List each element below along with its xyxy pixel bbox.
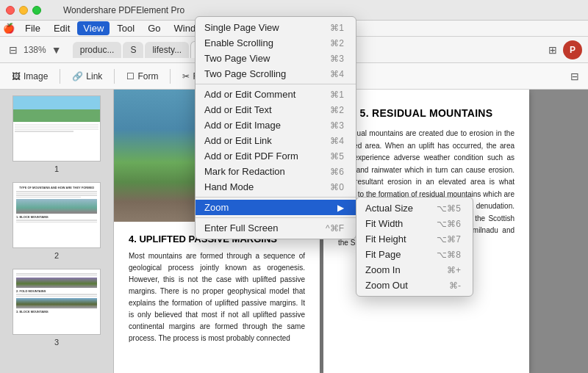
image-icon: 🖼 xyxy=(12,71,21,82)
section4-text: Most mountains are formed through a sequ… xyxy=(129,250,305,344)
view-dropdown: Single Page View ⌘1 Enable Scrolling ⌘2 … xyxy=(195,16,356,239)
panel-toggle-icon[interactable]: ⊟ xyxy=(567,69,582,84)
zoom-level-display: 138% xyxy=(24,45,46,55)
maximize-button[interactable] xyxy=(32,6,41,15)
zoom-fit-page[interactable]: Fit Page ⌥⌘8 xyxy=(356,247,473,262)
menu-two-page-view[interactable]: Two Page View ⌘3 xyxy=(196,51,356,66)
page-thumb-2[interactable]: TYPE OF MOUNTAINS AND HOW ARE THEY FORME… xyxy=(3,182,110,260)
tab-2[interactable]: S xyxy=(123,42,143,58)
section5-title: 5. RESIDUAL MOUNTAINS xyxy=(338,107,514,119)
menu-go[interactable]: Go xyxy=(142,21,166,35)
zoom-actual-size[interactable]: Actual Size ⌥⌘5 xyxy=(356,200,473,216)
traffic-lights xyxy=(6,6,41,15)
zoom-out[interactable]: Zoom Out ⌘- xyxy=(356,278,473,293)
separator-1 xyxy=(60,69,60,84)
page-label-2: 2 xyxy=(54,251,59,260)
menu-view[interactable]: View xyxy=(77,21,110,35)
zoom-fit-width[interactable]: Fit Width ⌥⌘6 xyxy=(356,216,473,231)
minimize-button[interactable] xyxy=(19,6,28,15)
user-avatar[interactable]: P xyxy=(563,40,582,59)
menu-tool[interactable]: Tool xyxy=(111,21,140,35)
separator-c xyxy=(196,217,356,218)
sidebar[interactable]: 1 TYPE OF MOUNTAINS AND HOW ARE THEY FOR… xyxy=(0,90,114,373)
zoom-out-icon[interactable]: ▼ xyxy=(49,43,64,57)
separator-2 xyxy=(114,69,115,84)
separator-3 xyxy=(170,69,171,84)
page-thumb-3[interactable]: 2. FOLD MOUNTAINS 3. BLOCK MOUNTAINS 3 xyxy=(3,269,110,347)
app-title: Wondershare PDFElement Pro xyxy=(63,5,184,15)
menu-mark-redaction[interactable]: Mark for Redaction ⌘6 xyxy=(196,164,356,179)
link-icon: 🔗 xyxy=(72,71,83,82)
menu-add-text[interactable]: Add or Edit Text ⌘2 xyxy=(196,102,356,117)
menu-file[interactable]: File xyxy=(19,21,46,35)
form-button[interactable]: ☐ Form xyxy=(121,68,164,84)
separator-a xyxy=(196,84,356,84)
close-button[interactable] xyxy=(6,6,15,15)
menu-add-pdf-form[interactable]: Add or Edit PDF Form ⌘5 xyxy=(196,148,356,164)
link-button[interactable]: 🔗 Link xyxy=(66,68,108,84)
image-button[interactable]: 🖼 Image xyxy=(6,68,54,84)
page-thumb-1[interactable]: 1 xyxy=(3,95,110,173)
redact-icon: ✂ xyxy=(182,71,190,82)
zoom-submenu: Actual Size ⌥⌘5 Fit Width ⌥⌘6 Fit Height… xyxy=(356,197,473,297)
apple-menu[interactable]: 🍎 xyxy=(3,23,15,34)
menu-add-image[interactable]: Add or Edit Image ⌘3 xyxy=(196,117,356,133)
page-label-3: 3 xyxy=(54,338,59,347)
thumb-img-2: TYPE OF MOUNTAINS AND HOW ARE THEY FORME… xyxy=(12,182,101,248)
separator-b xyxy=(196,197,356,198)
dropdown-menu: Single Page View ⌘1 Enable Scrolling ⌘2 … xyxy=(195,16,356,239)
menu-enter-full-screen[interactable]: Enter Full Screen ^⌘F xyxy=(196,220,356,236)
zoom-in[interactable]: Zoom In ⌘+ xyxy=(356,262,473,278)
sidebar-toggle-icon[interactable]: ⊟ xyxy=(6,43,21,57)
thumb-img-1 xyxy=(12,95,101,162)
tab-1[interactable]: produc... xyxy=(73,42,122,58)
thumb-img-3: 2. FOLD MOUNTAINS 3. BLOCK MOUNTAINS xyxy=(12,269,101,335)
menu-add-comment[interactable]: Add or Edit Comment ⌘1 xyxy=(196,87,356,102)
grid-icon[interactable]: ⊞ xyxy=(545,43,560,57)
menu-single-page-view[interactable]: Single Page View ⌘1 xyxy=(196,20,356,35)
zoom-fit-height[interactable]: Fit Height ⌥⌘7 xyxy=(356,231,473,247)
menu-edit[interactable]: Edit xyxy=(48,21,76,35)
menu-hand-mode[interactable]: Hand Mode ⌘0 xyxy=(196,179,356,195)
page-label-1: 1 xyxy=(54,164,59,173)
menu-add-link[interactable]: Add or Edit Link ⌘4 xyxy=(196,133,356,148)
menu-zoom-container: Zoom ▶ Actual Size ⌥⌘5 Fit Width ⌥⌘6 Fit… xyxy=(196,200,356,215)
form-icon: ☐ xyxy=(126,71,135,82)
menu-zoom[interactable]: Zoom ▶ xyxy=(196,200,356,215)
menu-two-page-scrolling[interactable]: Two Page Scrolling ⌘4 xyxy=(196,66,356,82)
tab-3[interactable]: lifesty... xyxy=(145,42,189,58)
menu-enable-scrolling[interactable]: Enable Scrolling ⌘2 xyxy=(196,35,356,51)
